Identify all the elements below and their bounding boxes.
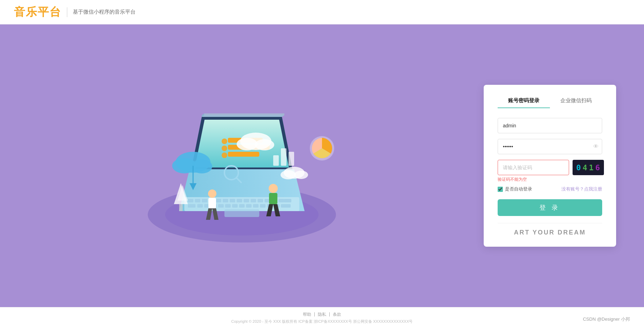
svg-rect-8 [216, 199, 221, 202]
svg-point-63 [208, 189, 216, 198]
footer-help-link[interactable]: 帮助 [303, 312, 311, 318]
captcha-digit-3: 6 [595, 163, 600, 172]
footer-links: 帮助 | 隐私 | 条款 [303, 312, 341, 318]
svg-rect-5 [195, 199, 200, 202]
username-group [498, 118, 602, 133]
svg-rect-23 [218, 204, 224, 208]
svg-rect-62 [179, 204, 183, 211]
header-subtitle: 基于微信小程序的音乐平台 [73, 9, 136, 15]
svg-rect-26 [239, 204, 245, 208]
footer-copyright: Copyright © 2020 - 至今 XXX 版权所有 ICP备案 浙IC… [231, 319, 413, 324]
svg-point-67 [269, 184, 278, 193]
svg-point-57 [281, 170, 296, 179]
footer-privacy-link[interactable]: 隐私 [318, 312, 326, 318]
svg-rect-38 [228, 152, 259, 157]
card-divider [498, 223, 602, 223]
svg-rect-24 [225, 204, 231, 208]
header-divider [67, 7, 67, 17]
options-row: 是否自动登录 没有账号？点我注册 [498, 186, 602, 192]
login-card: 账号密码登录 企业微信扫码 👁 0 4 1 6 验证码不能为空 [484, 85, 616, 247]
svg-rect-44 [289, 152, 294, 166]
svg-rect-28 [253, 204, 259, 208]
svg-point-39 [222, 139, 227, 144]
captcha-digit-1: 4 [583, 163, 588, 172]
captcha-error-text: 验证码不能为空 [498, 177, 602, 182]
main-area: 账号密码登录 企业微信扫码 👁 0 4 1 6 验证码不能为空 [0, 24, 644, 307]
svg-point-58 [294, 171, 308, 179]
svg-point-50 [191, 159, 212, 173]
captcha-row: 0 4 1 6 [498, 160, 602, 175]
login-button[interactable]: 登 录 [498, 199, 602, 216]
svg-rect-19 [188, 204, 196, 208]
svg-rect-17 [278, 199, 284, 202]
captcha-box[interactable]: 0 4 1 6 [573, 160, 604, 175]
illustration-svg [123, 65, 360, 267]
username-input[interactable] [498, 118, 602, 133]
password-group: 👁 [498, 139, 602, 154]
captcha-digit-2: 1 [589, 163, 594, 172]
svg-rect-12 [244, 199, 249, 202]
register-link[interactable]: 没有账号？点我注册 [561, 186, 602, 192]
svg-rect-42 [273, 155, 279, 166]
svg-rect-43 [281, 148, 286, 166]
svg-rect-18 [284, 199, 291, 202]
header: 音乐平台 基于微信小程序的音乐平台 [0, 0, 644, 24]
art-dream-text: ART YOUR DREAM [498, 229, 602, 236]
svg-rect-6 [202, 199, 207, 202]
svg-point-54 [237, 138, 258, 150]
svg-rect-33 [224, 209, 259, 217]
captcha-input[interactable] [498, 160, 569, 175]
illustration-area [0, 24, 484, 307]
auto-login-text: 是否自动登录 [505, 186, 532, 192]
svg-rect-68 [269, 193, 277, 204]
tab-account-login[interactable]: 账号密码登录 [498, 97, 550, 108]
footer: 帮助 | 隐私 | 条款 Copyright © 2020 - 至今 XXX 版… [0, 307, 644, 328]
svg-marker-47 [204, 113, 284, 115]
svg-rect-32 [281, 204, 291, 208]
svg-rect-14 [258, 199, 263, 202]
footer-csdn: CSDN @Designer 小邦 [583, 316, 630, 322]
captcha-digit-0: 0 [576, 163, 581, 172]
eye-icon[interactable]: 👁 [593, 143, 599, 150]
svg-point-41 [222, 152, 227, 158]
svg-rect-10 [230, 199, 235, 202]
logo: 音乐平台 [14, 5, 61, 20]
svg-rect-13 [251, 199, 256, 202]
svg-rect-25 [232, 204, 238, 208]
svg-point-40 [222, 146, 227, 151]
password-input[interactable] [498, 139, 602, 154]
login-tabs: 账号密码登录 企业微信扫码 [498, 97, 602, 108]
svg-marker-45 [202, 115, 284, 117]
auto-login-checkbox[interactable] [498, 187, 503, 192]
svg-rect-64 [208, 198, 216, 208]
svg-rect-27 [246, 204, 252, 208]
svg-rect-29 [260, 204, 266, 208]
svg-point-55 [255, 139, 274, 150]
svg-rect-4 [188, 199, 193, 202]
svg-rect-9 [223, 199, 228, 202]
tab-wechat-scan[interactable]: 企业微信扫码 [550, 97, 602, 108]
auto-login-label[interactable]: 是否自动登录 [498, 186, 532, 192]
svg-rect-11 [237, 199, 242, 202]
footer-terms-link[interactable]: 条款 [333, 312, 341, 318]
svg-rect-20 [197, 204, 203, 208]
